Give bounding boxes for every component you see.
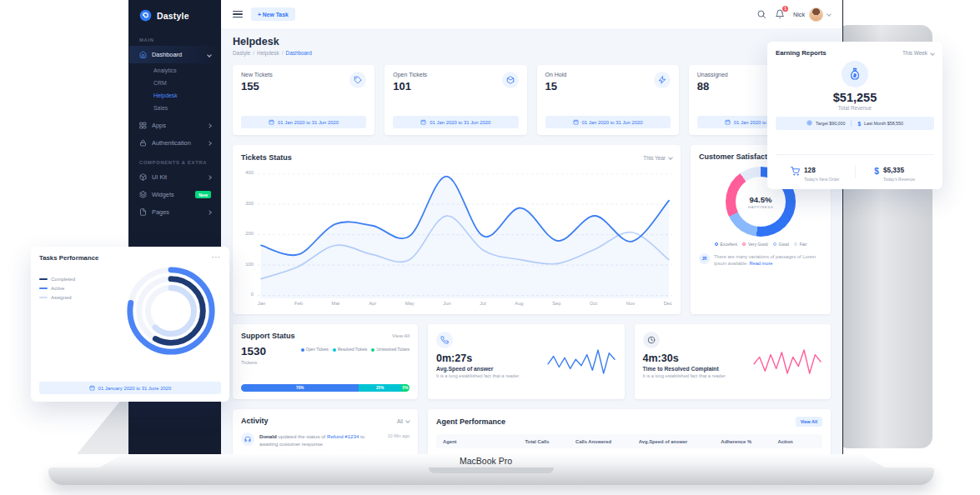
card-title: Agent Performance (436, 418, 505, 426)
stat-value: 88 (697, 80, 728, 92)
x-tick: Aug (515, 301, 523, 306)
sidebar-item-label: Authentication (152, 139, 191, 147)
date-range-chip[interactable]: 01 January 2020 to 31 June 2020 (39, 382, 221, 394)
x-tick: Feb (294, 301, 303, 306)
support-status-card: Support Status View All 1530Tickets Open… (233, 324, 418, 399)
chevron-right-icon (207, 210, 212, 215)
stats-row: New Tickets155 01 Jan 2020 to 31 Jun 202… (233, 65, 831, 135)
date-range-chip[interactable]: 01 Jan 2020 to 31 Jun 2020 (545, 116, 671, 128)
refund-link[interactable]: Refund #1234 (327, 433, 359, 439)
stat-card-new-tickets: New Tickets155 01 Jan 2020 to 31 Jun 202… (233, 65, 374, 135)
date-range-text: 01 Jan 2020 to 31 Jun 2020 (582, 120, 643, 125)
dashboard-app: Dastyle MAIN Dashboard Analytics CRM Hel… (129, 0, 842, 454)
dots-menu-icon[interactable] (212, 256, 221, 260)
today-revenue-label: Today's Revenue (883, 177, 915, 182)
y-tick: 0 (251, 292, 254, 297)
column-header[interactable]: Avg.Speed of answer (639, 439, 721, 444)
sidebar-item-label: Pages (152, 208, 169, 216)
crumb-home[interactable]: Dastyle (233, 50, 250, 56)
satisfaction-legend-item: Fair (794, 242, 807, 247)
legend-item: Open Tickets (301, 348, 329, 352)
column-header[interactable]: Agent (443, 439, 525, 444)
search-icon[interactable] (756, 9, 766, 19)
macbook-label: MacBook Pro (129, 456, 842, 466)
laptop-base-bar (48, 468, 934, 485)
cart-icon (791, 167, 800, 176)
sidebar-item-apps[interactable]: Apps (129, 117, 221, 134)
flash-icon (654, 72, 671, 88)
nav-section-components: COMPONENTS & EXTRA (129, 152, 221, 168)
tickets-y-axis: 4003002001000 (241, 168, 258, 298)
today-revenue-value: $5,335 (883, 167, 904, 174)
activity-filter[interactable]: All (397, 418, 410, 424)
user-menu[interactable]: Nick (793, 8, 831, 22)
sidebar-item-widgets[interactable]: Widgets New (129, 186, 221, 203)
sidebar-item-uikit[interactable]: UI Kit (129, 168, 221, 186)
scene: Dastyle MAIN Dashboard Analytics CRM Hel… (0, 0, 980, 495)
column-header[interactable]: Total Calls (525, 439, 575, 444)
money-bag-icon (842, 61, 868, 88)
satisfaction-legend: Excellent Very Good Good Fair (699, 242, 822, 247)
menu-icon[interactable] (233, 11, 243, 18)
sidebar-subitem-analytics[interactable]: Analytics (129, 64, 221, 77)
card-title: Tasks Performance (39, 254, 98, 262)
chevron-right-icon (207, 141, 212, 146)
lock-icon (139, 139, 147, 147)
activity-item[interactable]: Donald updated the status of Refund #123… (241, 432, 410, 448)
revenue-target-chip: Target $90,000 $ Last Month $58,550 (776, 117, 934, 130)
read-more-link[interactable]: Read more (749, 261, 772, 266)
sidebar-subitem-helpdesk[interactable]: Helpdesk (129, 89, 221, 102)
sidebar-subitem-crm[interactable]: CRM (129, 77, 221, 89)
target-icon (807, 120, 812, 127)
total-revenue-label: Total Revenue (838, 105, 872, 111)
laptop-screen: Dastyle MAIN Dashboard Analytics CRM Hel… (129, 0, 842, 454)
metric-desc: It is a long established fact that a rea… (643, 373, 741, 380)
target-text: Target $90,000 (816, 121, 845, 126)
chevron-down-icon (405, 418, 410, 423)
home-icon (139, 51, 147, 58)
last-month-text: Last Month $58,550 (864, 121, 903, 126)
view-all-button[interactable]: View All (796, 417, 822, 427)
sidebar-item-pages[interactable]: Pages (129, 203, 221, 221)
column-header[interactable]: Adherence % (721, 439, 777, 444)
avg-speed-card: 0m:27s Avg.Speed of answer It is a long … (428, 324, 625, 399)
column-header[interactable]: Calls Answered (575, 439, 639, 444)
brand[interactable]: Dastyle (129, 0, 221, 29)
complaint-sparkline (752, 347, 822, 377)
mid-row: Support Status View All 1530Tickets Open… (233, 324, 831, 399)
metric-desc: It is a long established fact that a rea… (436, 373, 535, 380)
period-select[interactable]: This Week (902, 50, 934, 56)
sidebar-item-label: Widgets (152, 191, 174, 198)
bell-icon[interactable]: 1 (775, 9, 785, 19)
period-select[interactable]: This Year (643, 155, 672, 161)
legend-item: Resolved Tickets (333, 348, 367, 352)
date-range-text: 01 January 2020 to 31 June 2020 (98, 386, 172, 391)
column-header[interactable]: Action (778, 439, 816, 444)
sidebar-item-authentication[interactable]: Authentication (129, 134, 221, 152)
card-title: Earning Reports (776, 49, 827, 57)
chevron-down-icon (930, 51, 935, 56)
period-value: This Week (902, 50, 927, 56)
dollar-icon: $ (857, 121, 861, 127)
date-range-chip[interactable]: 01 Jan 2020 to 31 Jun 2020 (393, 116, 518, 128)
tickets-status-card: Tickets Status This Year 4003002001000 J… (233, 145, 681, 314)
avatar-initials: JR (699, 253, 710, 264)
chevron-down-icon (668, 155, 673, 160)
dollar-icon: $ (874, 167, 879, 176)
sidebar-subitem-sales[interactable]: Sales (129, 102, 221, 114)
stat-value: 101 (393, 80, 427, 92)
phone-icon (436, 332, 453, 348)
new-task-button[interactable]: + New Task (251, 8, 295, 21)
y-tick: 100 (245, 262, 254, 267)
sidebar-item-label: Dashboard (152, 51, 182, 58)
date-range-chip[interactable]: 01 Jan 2020 to 31 Jun 2020 (241, 116, 366, 128)
crumb-helpdesk[interactable]: Helpdesk (257, 50, 279, 56)
page-title: Helpdesk (233, 36, 831, 48)
happiness-label: HAPPINESS (748, 205, 774, 209)
layers-icon (139, 191, 147, 198)
sidebar-item-dashboard[interactable]: Dashboard (129, 46, 221, 63)
x-tick: Jan (258, 301, 265, 306)
avg-speed-sparkline (546, 347, 616, 377)
date-range-text: 01 Jan 2020 to 31 Jun 2020 (278, 120, 339, 125)
view-all-link[interactable]: View All (392, 333, 410, 338)
